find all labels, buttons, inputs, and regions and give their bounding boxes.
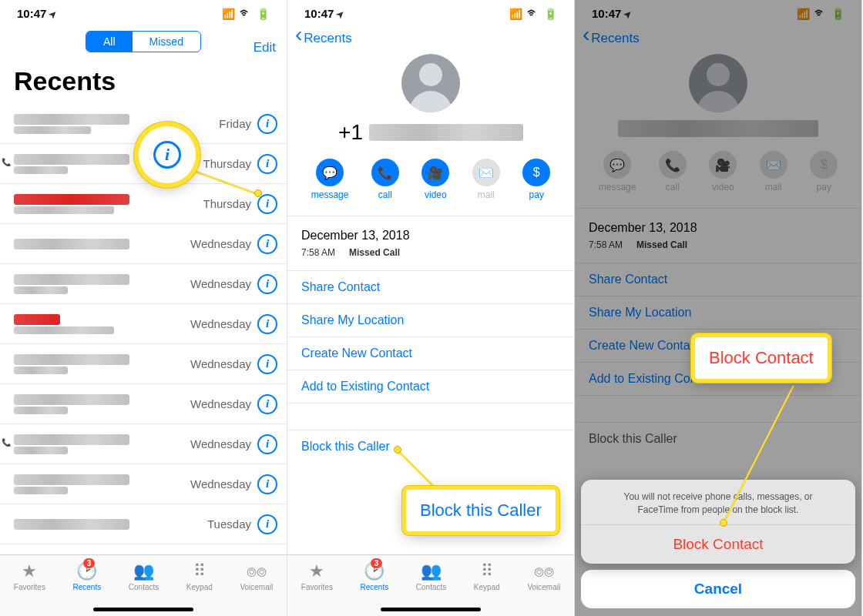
info-icon[interactable]: i xyxy=(257,194,277,214)
call-date: Tuesday xyxy=(188,517,251,531)
chevron-left-icon xyxy=(295,31,302,46)
list-item[interactable]: Wednesday i xyxy=(0,264,287,304)
call-date: Wednesday xyxy=(188,397,251,410)
battery-icon xyxy=(257,7,270,20)
home-indicator[interactable] xyxy=(381,608,481,611)
tab-recents[interactable]: 🕑Recents3 xyxy=(73,561,102,591)
info-icon[interactable]: i xyxy=(257,434,277,454)
action-sheet: You will not receive phone calls, messag… xyxy=(581,480,855,608)
tab-keypad[interactable]: ⠿Keypad xyxy=(186,561,213,591)
tab-favorites[interactable]: ★Favorites xyxy=(14,561,45,591)
home-indicator[interactable] xyxy=(93,608,193,611)
location-icon xyxy=(49,7,57,20)
call-date: Wednesday xyxy=(188,477,251,490)
list-item[interactable]: Wednesday i xyxy=(0,424,287,464)
call-status: Missed Call xyxy=(349,247,400,258)
call-date: December 13, 2018 xyxy=(301,229,560,243)
info-icon[interactable]: i xyxy=(257,314,277,334)
callout-block-contact: Block Contact xyxy=(695,337,828,379)
callout-info-icon: i xyxy=(139,126,196,183)
status-bar: 10:47 xyxy=(0,0,287,23)
video-button[interactable]: 🎥video xyxy=(421,159,449,200)
back-button[interactable]: Recents xyxy=(287,23,574,49)
sheet-message: You will not receive phone calls, messag… xyxy=(581,480,855,524)
block-caller-button[interactable]: Block this Caller xyxy=(287,430,574,463)
tab-bar: ★Favorites 🕑Recents3 👥Contacts ⠿Keypad ⌾… xyxy=(0,554,287,616)
signal-icon xyxy=(222,7,235,20)
call-detail: December 13, 2018 7:58 AM Missed Call xyxy=(287,216,574,263)
link-list: Share Contact Share My Location Create N… xyxy=(287,270,574,403)
message-button[interactable]: 💬message xyxy=(311,159,349,200)
info-icon[interactable]: i xyxy=(257,234,277,254)
call-date: Wednesday xyxy=(188,277,251,290)
add-existing-button[interactable]: Add to Existing Contact xyxy=(287,370,574,403)
call-button[interactable]: 📞call xyxy=(371,159,399,200)
tab-keypad[interactable]: ⠿Keypad xyxy=(474,561,500,591)
tab-recents[interactable]: 🕑Recents3 xyxy=(361,561,389,591)
info-icon[interactable]: i xyxy=(257,354,277,374)
info-icon[interactable]: i xyxy=(257,274,277,294)
tab-voicemail[interactable]: ⌾⌾Voicemail xyxy=(527,561,560,591)
seg-missed[interactable]: Missed xyxy=(133,32,200,52)
create-contact-button[interactable]: Create New Contact xyxy=(287,337,574,370)
call-date: Thursday xyxy=(188,197,251,210)
callout-dot xyxy=(720,519,727,527)
info-icon[interactable]: i xyxy=(257,514,277,534)
screen-contact-detail: 10:47 Recents +1 💬message 📞call 🎥video ✉… xyxy=(287,0,575,616)
recents-badge: 3 xyxy=(83,558,96,568)
location-icon xyxy=(337,7,344,20)
wifi-icon xyxy=(240,6,252,20)
tab-favorites[interactable]: ★Favorites xyxy=(301,561,333,591)
share-contact-button[interactable]: Share Contact xyxy=(287,271,574,304)
seg-all[interactable]: All xyxy=(86,32,133,52)
info-icon[interactable]: i xyxy=(257,114,277,134)
list-item[interactable]: Tuesday i xyxy=(0,504,287,544)
battery-icon xyxy=(544,7,557,20)
info-icon[interactable]: i xyxy=(257,474,277,494)
callout-block-caller: Block this Caller xyxy=(406,490,556,531)
callout-dot xyxy=(394,446,401,454)
pay-button[interactable]: $pay xyxy=(522,159,550,200)
status-time: 10:47 xyxy=(17,7,46,20)
call-date: Wednesday xyxy=(188,357,251,370)
info-icon[interactable]: i xyxy=(257,394,277,414)
screen-recents: 10:47 All Missed Edit Recents Friday i T… xyxy=(0,0,287,616)
callout-dot xyxy=(254,189,262,197)
segmented-control[interactable]: All Missed xyxy=(86,31,201,52)
edit-button[interactable]: Edit xyxy=(254,40,276,55)
info-icon[interactable]: i xyxy=(257,154,277,174)
call-date: Thursday xyxy=(188,157,251,170)
call-time: 7:58 AM xyxy=(301,247,335,258)
contact-number: +1 xyxy=(287,120,574,145)
list-item[interactable]: Wednesday i xyxy=(0,464,287,504)
tab-voicemail[interactable]: ⌾⌾Voicemail xyxy=(240,561,273,591)
list-item[interactable]: Wednesday i xyxy=(0,384,287,424)
tab-contacts[interactable]: 👥Contacts xyxy=(416,561,446,591)
signal-icon xyxy=(509,7,522,20)
cancel-button[interactable]: Cancel xyxy=(581,570,855,608)
call-date: Friday xyxy=(188,117,251,130)
call-date: Wednesday xyxy=(188,237,251,250)
avatar xyxy=(401,54,460,112)
status-bar: 10:47 xyxy=(287,0,574,23)
tab-contacts[interactable]: 👥Contacts xyxy=(129,561,159,591)
tab-bar: ★Favorites 🕑Recents3 👥Contacts ⠿Keypad ⌾… xyxy=(287,554,574,616)
action-row: 💬message 📞call 🎥video ✉️mail $pay xyxy=(287,145,574,206)
page-title: Recents xyxy=(0,57,287,104)
block-contact-button[interactable]: Block Contact xyxy=(581,524,855,564)
call-date: Wednesday xyxy=(188,437,251,450)
wifi-icon xyxy=(527,6,539,20)
mail-button: ✉️mail xyxy=(472,159,500,200)
list-item[interactable]: Wednesday i xyxy=(0,224,287,264)
list-item[interactable]: Wednesday i xyxy=(0,304,287,344)
call-date: Wednesday xyxy=(188,317,251,330)
info-icon: i xyxy=(153,141,181,169)
list-item[interactable]: Wednesday i xyxy=(0,344,287,384)
share-location-button[interactable]: Share My Location xyxy=(287,304,574,337)
screen-block-sheet: 10:47 Recents 💬message 📞call 🎥video ✉️ma… xyxy=(575,0,862,616)
